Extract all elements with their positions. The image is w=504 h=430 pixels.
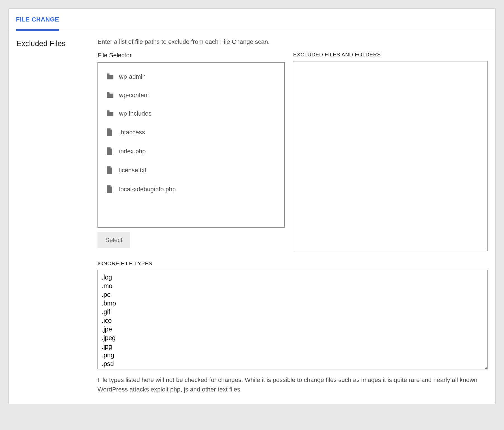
file-selector-list[interactable]: wp-adminwp-contentwp-includes.htaccessin…	[98, 62, 285, 228]
file-icon	[106, 147, 113, 155]
excluded-files-textarea[interactable]	[293, 61, 488, 251]
svg-rect-2	[107, 110, 109, 112]
folder-icon	[106, 92, 114, 99]
file-selector-item-label: .htaccess	[119, 129, 145, 136]
ignore-help-text: File types listed here will not be check…	[98, 375, 488, 394]
file-selector-item[interactable]: license.txt	[101, 161, 283, 180]
section-description: Enter a list of file paths to exclude fr…	[98, 38, 488, 46]
file-selector-item-label: license.txt	[119, 167, 146, 174]
ignore-file-types-textarea[interactable]	[98, 270, 488, 369]
file-selector-column: File Selector wp-adminwp-contentwp-inclu…	[98, 52, 285, 251]
excluded-column: EXCLUDED FILES AND FOLDERS	[293, 52, 488, 251]
file-icon	[106, 185, 114, 193]
tabs-bar: FILE CHANGE	[9, 9, 495, 31]
select-button[interactable]: Select	[98, 232, 130, 248]
file-selector-item-label: local-xdebuginfo.php	[119, 186, 176, 193]
tab-file-change[interactable]: FILE CHANGE	[16, 9, 59, 31]
file-selector-item[interactable]: index.php	[101, 142, 283, 161]
file-selector-item-label: wp-admin	[119, 73, 146, 80]
file-icon	[106, 128, 113, 136]
file-icon	[106, 166, 114, 174]
file-selector-item-label: index.php	[119, 148, 146, 155]
folder-icon	[106, 110, 114, 117]
file-icon	[106, 128, 114, 136]
content-area: Excluded Files Enter a list of file path…	[9, 31, 495, 404]
section-title: Excluded Files	[16, 39, 86, 48]
selector-and-excluded-row: File Selector wp-adminwp-contentwp-inclu…	[98, 52, 488, 251]
file-selector-item[interactable]: wp-admin	[101, 68, 283, 86]
file-icon	[106, 166, 113, 174]
ignore-section: IGNORE FILE TYPES File types listed here…	[98, 261, 488, 394]
file-selector-item[interactable]: wp-includes	[101, 104, 283, 123]
folder-icon	[106, 73, 114, 80]
file-selector-label: File Selector	[98, 52, 285, 59]
folder-icon	[106, 110, 114, 117]
excluded-label: EXCLUDED FILES AND FOLDERS	[293, 52, 488, 58]
file-selector-item-label: wp-includes	[119, 110, 151, 117]
svg-rect-0	[107, 73, 109, 75]
file-icon	[106, 185, 113, 193]
file-selector-item-label: wp-content	[119, 92, 149, 99]
file-selector-item[interactable]: wp-content	[101, 86, 283, 104]
settings-card: FILE CHANGE Excluded Files Enter a list …	[8, 8, 496, 404]
ignore-label: IGNORE FILE TYPES	[98, 261, 488, 267]
folder-icon	[106, 92, 114, 99]
left-column: Excluded Files	[16, 38, 86, 394]
right-column: Enter a list of file paths to exclude fr…	[98, 38, 488, 394]
folder-icon	[106, 73, 114, 80]
file-icon	[106, 147, 114, 155]
file-selector-item[interactable]: .htaccess	[101, 123, 283, 142]
file-selector-item[interactable]: local-xdebuginfo.php	[101, 180, 283, 199]
svg-rect-1	[107, 92, 109, 93]
